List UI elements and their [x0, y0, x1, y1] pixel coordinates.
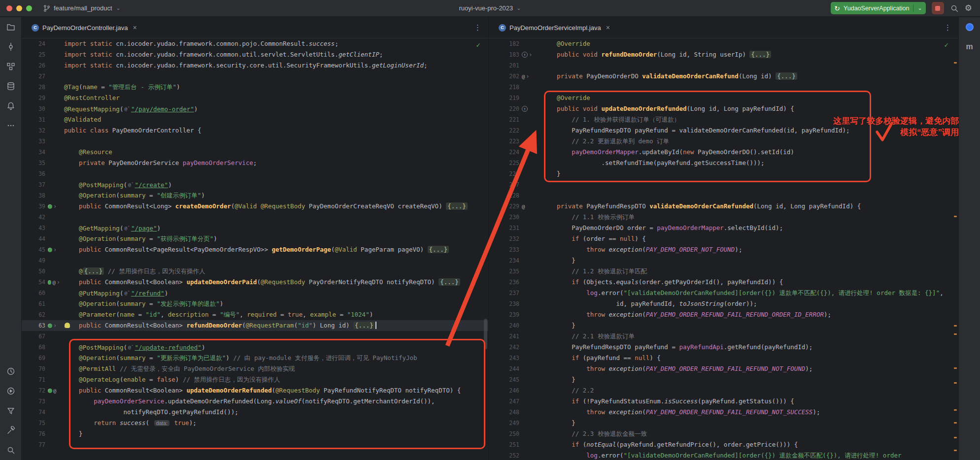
code-line[interactable]: 33 — [22, 136, 488, 147]
gutter[interactable] — [519, 353, 538, 363]
tab-paydemoordercontroller[interactable]: C PayDemoOrderController.java × — [27, 17, 142, 38]
code-line[interactable]: 63› public CommonResult<Boolean> refundD… — [22, 320, 488, 331]
commit-tool-button[interactable] — [6, 42, 16, 52]
code-line[interactable]: 225 .setRefundTime(payRefund.getSuccessT… — [489, 158, 958, 168]
line-number[interactable]: 63 — [22, 320, 45, 331]
gutter[interactable] — [45, 298, 60, 309]
line-number[interactable]: 183 — [489, 49, 519, 60]
gutter[interactable] — [519, 82, 538, 93]
endpoint-gutter-icon[interactable] — [48, 204, 52, 209]
line-number[interactable]: 35 — [22, 158, 45, 168]
project-widget[interactable]: ruoyi-vue-pro-2023 ⌄ — [459, 4, 521, 12]
url-inlay-icon[interactable]: @ˇ — [128, 182, 134, 187]
code-line[interactable]: 67 — [22, 331, 488, 342]
structure-tool-button[interactable] — [6, 62, 16, 71]
filter-tool-button[interactable] — [6, 406, 16, 416]
code-line[interactable]: 45› public CommonResult<PageResult<PayDe… — [22, 244, 488, 255]
gutter[interactable] — [45, 288, 60, 298]
line-number[interactable]: 72 — [22, 385, 45, 396]
code-line[interactable]: 74 notifyReqDTO.getPayRefundId()); — [22, 407, 488, 418]
url-inlay-icon[interactable]: @ˇ — [124, 290, 130, 296]
line-number[interactable]: 32 — [22, 125, 45, 136]
line-number[interactable]: 244 — [489, 363, 519, 374]
code-line[interactable]: 73 payDemoOrderService.updateDemoOrderRe… — [22, 396, 488, 407]
line-number[interactable]: 27 — [22, 71, 45, 82]
stop-button[interactable] — [932, 2, 944, 14]
code-line[interactable]: 76 } — [22, 428, 488, 439]
gutter[interactable] — [519, 298, 538, 309]
inspections-ok-icon[interactable]: ✓ — [945, 39, 948, 50]
gutter[interactable] — [519, 60, 538, 71]
gutter[interactable] — [519, 190, 538, 201]
url-inlay-icon[interactable]: @ˇ — [124, 106, 130, 111]
gutter[interactable] — [45, 309, 60, 320]
line-number[interactable]: 29 — [22, 93, 45, 103]
line-number[interactable]: 34 — [22, 147, 45, 158]
line-number[interactable]: 24 — [22, 38, 45, 49]
line-number[interactable]: 233 — [489, 244, 519, 255]
gutter[interactable]: @ — [45, 385, 60, 396]
override-gutter-icon[interactable]: ↑ — [522, 106, 528, 112]
gutter[interactable] — [519, 114, 538, 125]
code-line[interactable]: 250 // 2.3 校验退款金额一致 — [489, 428, 958, 439]
gutter[interactable] — [519, 212, 538, 223]
gutter[interactable] — [45, 38, 60, 49]
search-everywhere-button[interactable] — [950, 4, 959, 13]
gutter[interactable] — [45, 114, 60, 125]
gutter[interactable]: › — [45, 201, 60, 212]
gutter[interactable] — [45, 82, 60, 93]
code-line[interactable]: 49 — [22, 255, 488, 266]
code-line[interactable]: 36 — [22, 168, 488, 179]
line-number[interactable]: 225 — [489, 158, 519, 168]
gutter[interactable] — [519, 147, 538, 158]
code-line[interactable]: 27 — [22, 71, 488, 82]
line-number[interactable]: 25 — [22, 49, 45, 60]
line-number[interactable]: 227 — [489, 179, 519, 190]
line-number[interactable]: 44 — [22, 233, 45, 244]
line-number[interactable]: 250 — [489, 428, 519, 439]
gutter[interactable] — [45, 439, 60, 450]
settings-gear-icon[interactable]: ⚙ — [965, 3, 972, 13]
code-line[interactable]: 62 @Parameter(name = "id", description =… — [22, 309, 488, 320]
code-line[interactable]: 245 } — [489, 374, 958, 385]
code-line[interactable]: 227 — [489, 179, 958, 190]
gutter[interactable] — [519, 233, 538, 244]
gutter[interactable] — [45, 93, 60, 103]
chevron-down-icon[interactable]: ⌄ — [918, 5, 922, 11]
gutter[interactable] — [519, 385, 538, 396]
annotated-gutter-icon[interactable]: @ — [522, 201, 525, 212]
line-number[interactable]: 73 — [22, 396, 45, 407]
gutter[interactable] — [45, 396, 60, 407]
code-line[interactable]: 54@› public CommonResult<Boolean> update… — [22, 277, 488, 288]
line-number[interactable]: 68 — [22, 342, 45, 353]
line-number[interactable]: 248 — [489, 407, 519, 418]
code-line[interactable]: 182 @Override — [489, 38, 958, 49]
code-line[interactable]: 237 log.error("[validateDemoOrderCanRefu… — [489, 288, 958, 298]
line-number[interactable]: 61 — [22, 298, 45, 309]
git-branch-widget[interactable]: feature/mall_product ⌄ — [39, 2, 125, 14]
line-number[interactable]: 38 — [22, 190, 45, 201]
gutter[interactable] — [45, 331, 60, 342]
code-line[interactable]: 201 — [489, 60, 958, 71]
annotated-gutter-icon[interactable]: @ — [52, 277, 55, 288]
tab-options-kebab-icon[interactable]: ⋮ — [942, 23, 953, 32]
line-number[interactable]: 239 — [489, 309, 519, 320]
gutter[interactable] — [45, 49, 60, 60]
gutter[interactable] — [45, 353, 60, 363]
code-line[interactable]: 224 payDemoOrderMapper.updateById(new Pa… — [489, 147, 958, 158]
line-number[interactable]: 39 — [22, 201, 45, 212]
code-line[interactable]: 233 throw exception(PAY_DEMO_ORDER_NOT_F… — [489, 244, 958, 255]
line-number[interactable]: 230 — [489, 212, 519, 223]
code-line[interactable]: 24import static cn.iocoder.yudao.framewo… — [22, 38, 488, 49]
project-tool-button[interactable] — [6, 22, 16, 32]
endpoint-gutter-icon[interactable] — [48, 280, 51, 285]
gutter[interactable]: › — [45, 320, 60, 331]
code-line[interactable]: 235 // 1.2 校验退款订单匹配 — [489, 266, 958, 277]
endpoint-gutter-icon[interactable] — [48, 324, 52, 328]
line-number[interactable]: 237 — [489, 288, 519, 298]
line-number[interactable]: 31 — [22, 114, 45, 125]
line-number[interactable]: 45 — [22, 244, 45, 255]
tab-options-kebab-icon[interactable]: ⋮ — [472, 23, 483, 32]
line-number[interactable]: 235 — [489, 266, 519, 277]
line-number[interactable]: 245 — [489, 374, 519, 385]
